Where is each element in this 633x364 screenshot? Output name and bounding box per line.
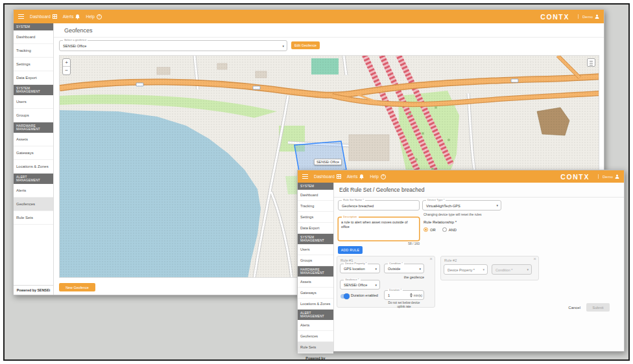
section-header-alert-management: ALERT MANAGEMENT [298,310,333,320]
sidebar-item-tracking[interactable]: Tracking [298,201,333,212]
geofence-select-value: SENSEi Office [63,44,86,48]
help-icon: ? [97,14,102,19]
user-name: Demo [603,175,613,179]
radio-or[interactable]: OR [424,227,436,232]
submit-button[interactable]: Submit [586,303,610,312]
duration-helper-line2: uplink rate [397,305,411,308]
zoom-in-button[interactable]: + [63,59,70,67]
section-header-system: SYSTEM [298,183,333,190]
sidebar-item-tracking[interactable]: Tracking [14,44,53,58]
sidebar-item-locations-zones[interactable]: Locations & Zones [298,299,333,310]
condition-placeholder: Condition * [496,268,512,272]
user-menu[interactable]: Demo [578,14,599,19]
sidebar-item-alerts[interactable]: Alerts [298,320,333,331]
cancel-button[interactable]: Cancel [568,306,580,310]
bell-icon [359,174,364,179]
dashboard-grid-icon [53,14,57,19]
sidebar-item-alerts[interactable]: Alerts [14,184,53,198]
sidebar-item-geofences[interactable]: Geofences [14,198,53,211]
user-name: Demo [582,15,593,19]
rule-1-device-property-select[interactable]: Device Property * GPS location ▾ [340,264,380,273]
layers-icon [590,61,593,65]
sidebar: SYSTEM Dashboard Tracking Settings Data … [14,23,54,295]
step-up-icon [410,293,412,295]
sidebar-item-data-export[interactable]: Data Export [298,223,333,234]
sidebar-item-rule-sets[interactable]: Rule Sets [14,211,53,225]
nav-alerts[interactable]: Alerts [63,14,80,19]
radio-and[interactable]: AND [442,227,457,232]
person-icon [615,174,619,179]
geofence-value: SENSEi Office [344,283,367,287]
section-header-system-management: SYSTEM MANAGEMENT [298,234,333,244]
close-icon[interactable]: × [533,256,536,262]
contx-logo: CONTX [560,173,590,181]
sidebar-item-dashboard[interactable]: Dashboard [298,190,333,201]
chevron-down-icon: ▾ [496,203,498,207]
chevron-down-icon: ▾ [375,283,377,287]
sidebar-item-settings[interactable]: Settings [298,212,333,223]
geofence-select[interactable]: Select a geofence SENSEi Office ▾ [59,40,287,51]
step-down-icon [410,295,412,297]
nav-help-label: Help [86,14,94,19]
nav-help[interactable]: Help? [86,14,101,19]
menu-icon[interactable] [18,14,24,19]
nav-help[interactable]: Help? [370,174,385,179]
sidebar-item-groups[interactable]: Groups [298,255,333,266]
radio-or-label: OR [430,228,436,232]
user-menu[interactable]: Demo [598,174,619,179]
sidebar-item-assets[interactable]: Assets [14,133,53,146]
nav-alerts[interactable]: Alerts [347,174,364,179]
person-icon [595,14,599,19]
nav-dashboard[interactable]: Dashboard [314,174,341,179]
map-layers-control[interactable] [587,58,595,67]
sidebar-item-data-export[interactable]: Data Export [14,71,53,85]
description-textarea[interactable]: Description a rule to alert when asset m… [338,217,420,241]
page-title: Edit Rule Set / Geofence breached [339,187,424,193]
nav-dashboard[interactable]: Dashboard [30,14,57,19]
rule-2-card: Rule #2 × Device Property * ▾ Condition … [440,256,539,280]
rule-set-window: Dashboard Alerts Help? CONTX Demo SYSTEM… [297,170,625,352]
rule-2-device-property-select[interactable]: Device Property * ▾ [444,264,488,275]
sidebar-item-locations-zones[interactable]: Locations & Zones [14,160,53,174]
radio-and-label: AND [449,228,457,232]
powered-by-footer: Powered by SENSEi [14,285,53,295]
nav-dashboard-label: Dashboard [30,14,51,19]
geofence-tooltip: SENSEi Office [314,159,342,165]
rule-1-condition-select[interactable]: Condition * Outside ▾ [384,264,424,273]
section-header-alert-management: ALERT MANAGEMENT [14,174,53,184]
edit-geofence-button[interactable]: Edit Geofence [291,41,320,49]
sidebar-item-settings[interactable]: Settings [14,58,53,71]
rule-set-name-value: Geofence breached [342,204,374,208]
rule-1-geofence-select[interactable]: Geofence * SENSEi Office ▾ [340,280,380,290]
chevron-down-icon: ▾ [375,267,377,271]
sidebar-item-rule-sets[interactable]: Rule Sets [298,342,333,353]
sidebar-item-groups[interactable]: Groups [14,109,53,122]
new-geofence-button[interactable]: New Geofence [59,283,95,291]
close-icon[interactable]: × [429,256,433,262]
geofence-label: Geofence * [344,279,361,281]
sidebar-item-users[interactable]: Users [14,95,53,109]
sidebar-item-gateways[interactable]: Gateways [14,146,53,160]
help-icon: ? [381,174,386,179]
rule-set-name-input[interactable]: Rule Set Name * Geofence breached [338,200,420,210]
section-header-hardware-management: HARDWARE MANAGEMENT [298,266,333,277]
description-label: Description [342,216,359,218]
device-property-placeholder: Device Property * [448,268,475,272]
sidebar-item-assets[interactable]: Assets [298,277,333,288]
duration-toggle[interactable] [340,294,349,299]
device-type-select[interactable]: Device Type * VirtualHighTech-GPS ▾ [422,200,501,210]
zoom-out-button[interactable]: − [63,67,70,74]
device-property-value: GPS location [344,267,365,271]
app-topbar: Dashboard Alerts Help? CONTX Demo [14,10,604,23]
add-rule-button[interactable]: ADD RULE [338,246,363,254]
section-header-hardware-management: HARDWARE MANAGEMENT [14,122,53,133]
menu-icon[interactable] [302,174,308,179]
nav-help-label: Help [370,174,378,179]
sidebar-item-users[interactable]: Users [298,244,333,255]
sidebar-item-geofences[interactable]: Geofences [298,331,333,342]
duration-stepper[interactable] [410,293,412,298]
rule-set-content: Edit Rule Set / Geofence breached Rule S… [334,183,624,351]
duration-input[interactable]: Duration * 1 min(s) [384,290,424,300]
sidebar-item-gateways[interactable]: Gateways [298,288,333,299]
sidebar-item-dashboard[interactable]: Dashboard [14,30,53,44]
